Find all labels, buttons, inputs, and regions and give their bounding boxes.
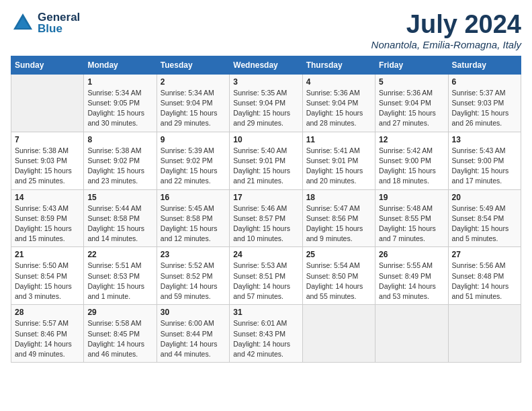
day-info: Sunrise: 5:43 AM Sunset: 8:59 PM Dayligh… bbox=[15, 203, 80, 244]
calendar-cell: 22Sunrise: 5:51 AM Sunset: 8:53 PM Dayli… bbox=[84, 247, 157, 305]
day-info: Sunrise: 5:55 AM Sunset: 8:49 PM Dayligh… bbox=[379, 261, 444, 302]
logo-general-text: General bbox=[38, 11, 80, 23]
calendar-cell: 28Sunrise: 5:57 AM Sunset: 8:46 PM Dayli… bbox=[11, 305, 84, 363]
day-number: 5 bbox=[379, 77, 444, 87]
calendar-cell: 20Sunrise: 5:49 AM Sunset: 8:54 PM Dayli… bbox=[448, 189, 521, 247]
calendar-week-row: 28Sunrise: 5:57 AM Sunset: 8:46 PM Dayli… bbox=[11, 305, 521, 363]
calendar-cell: 7Sunrise: 5:38 AM Sunset: 9:03 PM Daylig… bbox=[11, 132, 84, 189]
calendar-cell: 31Sunrise: 6:01 AM Sunset: 8:43 PM Dayli… bbox=[230, 305, 302, 363]
day-number: 15 bbox=[87, 193, 152, 202]
calendar-cell bbox=[448, 305, 521, 363]
title-block: July 2024 Nonantola, Emilia-Romagna, Ita… bbox=[371, 11, 521, 50]
calendar-cell: 12Sunrise: 5:42 AM Sunset: 9:00 PM Dayli… bbox=[375, 132, 448, 189]
day-info: Sunrise: 5:48 AM Sunset: 8:55 PM Dayligh… bbox=[379, 203, 444, 244]
day-number: 6 bbox=[452, 77, 517, 87]
day-number: 1 bbox=[87, 77, 152, 87]
day-of-week-header: Thursday bbox=[302, 56, 375, 74]
page-header: General Blue July 2024 Nonantola, Emilia… bbox=[11, 11, 521, 50]
calendar-week-row: 14Sunrise: 5:43 AM Sunset: 8:59 PM Dayli… bbox=[11, 189, 521, 247]
day-number: 3 bbox=[233, 77, 298, 87]
logo-blue-text: Blue bbox=[38, 23, 80, 34]
day-number: 4 bbox=[306, 77, 371, 87]
day-number: 14 bbox=[15, 193, 80, 202]
day-number: 9 bbox=[161, 135, 226, 144]
day-info: Sunrise: 5:37 AM Sunset: 9:03 PM Dayligh… bbox=[452, 88, 517, 129]
day-info: Sunrise: 5:44 AM Sunset: 8:58 PM Dayligh… bbox=[87, 203, 152, 244]
day-number: 2 bbox=[161, 77, 226, 87]
day-info: Sunrise: 5:49 AM Sunset: 8:54 PM Dayligh… bbox=[452, 203, 517, 244]
calendar-week-row: 21Sunrise: 5:50 AM Sunset: 8:54 PM Dayli… bbox=[11, 247, 521, 305]
day-of-week-header: Sunday bbox=[11, 56, 84, 74]
calendar-cell: 27Sunrise: 5:56 AM Sunset: 8:48 PM Dayli… bbox=[448, 247, 521, 305]
day-number: 29 bbox=[87, 308, 152, 317]
calendar-cell: 19Sunrise: 5:48 AM Sunset: 8:55 PM Dayli… bbox=[375, 189, 448, 247]
day-number: 20 bbox=[452, 193, 517, 202]
month-title: July 2024 bbox=[371, 11, 521, 39]
location-subtitle: Nonantola, Emilia-Romagna, Italy bbox=[371, 39, 521, 50]
day-number: 22 bbox=[87, 250, 152, 259]
calendar-cell: 4Sunrise: 5:36 AM Sunset: 9:04 PM Daylig… bbox=[302, 74, 375, 132]
day-of-week-header: Monday bbox=[84, 56, 157, 74]
day-info: Sunrise: 5:36 AM Sunset: 9:04 PM Dayligh… bbox=[306, 88, 371, 129]
calendar-cell: 23Sunrise: 5:52 AM Sunset: 8:52 PM Dayli… bbox=[157, 247, 229, 305]
day-info: Sunrise: 5:43 AM Sunset: 9:00 PM Dayligh… bbox=[452, 146, 517, 187]
day-info: Sunrise: 5:53 AM Sunset: 8:51 PM Dayligh… bbox=[233, 261, 298, 302]
calendar-cell: 8Sunrise: 5:38 AM Sunset: 9:02 PM Daylig… bbox=[84, 132, 157, 189]
day-number: 12 bbox=[379, 135, 444, 144]
calendar-cell: 2Sunrise: 5:34 AM Sunset: 9:04 PM Daylig… bbox=[157, 74, 229, 132]
day-info: Sunrise: 5:58 AM Sunset: 8:45 PM Dayligh… bbox=[87, 318, 152, 359]
day-info: Sunrise: 5:34 AM Sunset: 9:04 PM Dayligh… bbox=[161, 88, 226, 129]
calendar-cell: 11Sunrise: 5:41 AM Sunset: 9:01 PM Dayli… bbox=[302, 132, 375, 189]
day-number: 8 bbox=[87, 135, 152, 144]
day-info: Sunrise: 5:39 AM Sunset: 9:02 PM Dayligh… bbox=[161, 146, 226, 187]
calendar-cell: 1Sunrise: 5:34 AM Sunset: 9:05 PM Daylig… bbox=[84, 74, 157, 132]
day-info: Sunrise: 5:50 AM Sunset: 8:54 PM Dayligh… bbox=[15, 261, 80, 302]
day-info: Sunrise: 5:38 AM Sunset: 9:02 PM Dayligh… bbox=[87, 146, 152, 187]
day-number: 19 bbox=[379, 193, 444, 202]
calendar-cell: 17Sunrise: 5:46 AM Sunset: 8:57 PM Dayli… bbox=[230, 189, 302, 247]
calendar-week-row: 1Sunrise: 5:34 AM Sunset: 9:05 PM Daylig… bbox=[11, 74, 521, 132]
calendar-cell: 10Sunrise: 5:40 AM Sunset: 9:01 PM Dayli… bbox=[230, 132, 302, 189]
calendar-cell: 21Sunrise: 5:50 AM Sunset: 8:54 PM Dayli… bbox=[11, 247, 84, 305]
day-info: Sunrise: 5:57 AM Sunset: 8:46 PM Dayligh… bbox=[15, 318, 80, 359]
day-info: Sunrise: 6:00 AM Sunset: 8:44 PM Dayligh… bbox=[161, 318, 226, 359]
logo-icon bbox=[11, 11, 35, 35]
day-of-week-header: Tuesday bbox=[157, 56, 229, 74]
calendar-cell: 6Sunrise: 5:37 AM Sunset: 9:03 PM Daylig… bbox=[448, 74, 521, 132]
day-info: Sunrise: 5:46 AM Sunset: 8:57 PM Dayligh… bbox=[233, 203, 298, 244]
day-info: Sunrise: 5:35 AM Sunset: 9:04 PM Dayligh… bbox=[233, 88, 298, 129]
calendar-cell: 18Sunrise: 5:47 AM Sunset: 8:56 PM Dayli… bbox=[302, 189, 375, 247]
calendar-cell: 15Sunrise: 5:44 AM Sunset: 8:58 PM Dayli… bbox=[84, 189, 157, 247]
day-info: Sunrise: 5:47 AM Sunset: 8:56 PM Dayligh… bbox=[306, 203, 371, 244]
day-of-week-header: Friday bbox=[375, 56, 448, 74]
day-info: Sunrise: 5:34 AM Sunset: 9:05 PM Dayligh… bbox=[87, 88, 152, 129]
calendar-week-row: 7Sunrise: 5:38 AM Sunset: 9:03 PM Daylig… bbox=[11, 132, 521, 189]
day-number: 24 bbox=[233, 250, 298, 259]
day-info: Sunrise: 5:52 AM Sunset: 8:52 PM Dayligh… bbox=[161, 261, 226, 302]
calendar-cell: 3Sunrise: 5:35 AM Sunset: 9:04 PM Daylig… bbox=[230, 74, 302, 132]
calendar-cell: 5Sunrise: 5:36 AM Sunset: 9:04 PM Daylig… bbox=[375, 74, 448, 132]
calendar-cell: 24Sunrise: 5:53 AM Sunset: 8:51 PM Dayli… bbox=[230, 247, 302, 305]
day-number: 16 bbox=[161, 193, 226, 202]
day-info: Sunrise: 5:45 AM Sunset: 8:58 PM Dayligh… bbox=[161, 203, 226, 244]
calendar-cell: 9Sunrise: 5:39 AM Sunset: 9:02 PM Daylig… bbox=[157, 132, 229, 189]
day-number: 10 bbox=[233, 135, 298, 144]
day-info: Sunrise: 5:41 AM Sunset: 9:01 PM Dayligh… bbox=[306, 146, 371, 187]
day-info: Sunrise: 5:54 AM Sunset: 8:50 PM Dayligh… bbox=[306, 261, 371, 302]
day-info: Sunrise: 5:56 AM Sunset: 8:48 PM Dayligh… bbox=[452, 261, 517, 302]
calendar-cell bbox=[302, 305, 375, 363]
calendar-cell: 26Sunrise: 5:55 AM Sunset: 8:49 PM Dayli… bbox=[375, 247, 448, 305]
calendar-table: SundayMondayTuesdayWednesdayThursdayFrid… bbox=[11, 56, 521, 363]
day-number: 17 bbox=[233, 193, 298, 202]
day-number: 21 bbox=[15, 250, 80, 259]
day-info: Sunrise: 5:36 AM Sunset: 9:04 PM Dayligh… bbox=[379, 88, 444, 129]
day-info: Sunrise: 5:40 AM Sunset: 9:01 PM Dayligh… bbox=[233, 146, 298, 187]
calendar-header-row: SundayMondayTuesdayWednesdayThursdayFrid… bbox=[11, 56, 521, 74]
calendar-cell: 14Sunrise: 5:43 AM Sunset: 8:59 PM Dayli… bbox=[11, 189, 84, 247]
calendar-cell: 16Sunrise: 5:45 AM Sunset: 8:58 PM Dayli… bbox=[157, 189, 229, 247]
day-number: 31 bbox=[233, 308, 298, 317]
logo: General Blue bbox=[11, 11, 80, 35]
day-of-week-header: Wednesday bbox=[230, 56, 302, 74]
day-number: 30 bbox=[161, 308, 226, 317]
day-info: Sunrise: 5:38 AM Sunset: 9:03 PM Dayligh… bbox=[15, 146, 80, 187]
